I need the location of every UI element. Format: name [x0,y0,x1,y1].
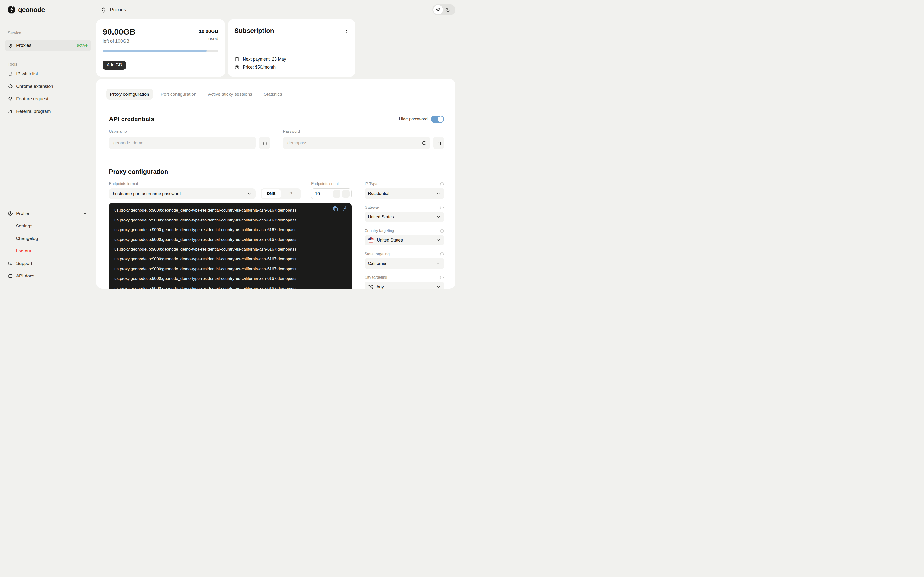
proxy-line: us.proxy.geonode.io:9000:geonode_demo-ty… [114,255,323,264]
price-row: Price: $50/month [234,64,349,70]
sidebar-item-support[interactable]: ? Support [5,258,91,269]
chat-question-icon: ? [8,261,13,266]
proxy-line-list: us.proxy.geonode.io:9000:geonode_demo-ty… [114,206,323,288]
sidebar-item-label: Profile [16,211,29,216]
tab-active-sticky-sessions[interactable]: Active sticky sessions [205,89,256,100]
proxy-line: us.proxy.geonode.io:9000:geonode_demo-ty… [114,215,323,225]
external-link-icon [8,273,13,279]
us-flag-icon [368,237,374,243]
sidebar-item-chrome-extension[interactable]: Chrome extension [5,81,91,92]
regenerate-password-icon[interactable] [421,140,427,146]
copy-icon [436,140,441,146]
summary-cards: 90.00GB left of 100GB 10.00GB used Add G… [96,19,455,77]
sun-icon [436,7,441,12]
breadcrumb: Proxies [100,7,126,13]
password-group: Password demopass [283,129,444,149]
proxy-configuration-title: Proxy configuration [109,168,444,176]
dark-theme-button[interactable] [443,5,452,15]
copy-endpoints-icon[interactable] [332,205,339,212]
state-targeting-select[interactable]: California [365,258,444,269]
light-theme-button[interactable] [433,5,443,15]
arrow-right-icon[interactable] [342,28,349,34]
copy-icon [262,140,267,146]
proxy-line: us.proxy.geonode.io:9000:geonode_demo-ty… [114,264,323,274]
endpoints-format-label: Endpoints format [109,182,138,186]
document-check-icon [8,71,13,76]
location-pin-icon [100,7,107,13]
user-circle-icon [8,211,13,216]
country-targeting-value: United States [377,238,403,243]
info-icon[interactable] [439,275,444,280]
sidebar-item-label: Chrome extension [16,84,53,89]
decrement-button[interactable] [333,190,341,198]
sidebar-item-label: IP whitelist [16,71,38,76]
gateway-group: Gateway United States [365,205,444,222]
brand-logo[interactable]: geonode [7,5,91,15]
proxy-line: us.proxy.geonode.io:9000:geonode_demo-ty… [114,284,323,288]
add-gb-button[interactable]: Add GB [103,61,126,70]
sidebar-item-referral-program[interactable]: Referral program [5,106,91,117]
used-caption: used [199,36,218,41]
city-targeting-select[interactable]: Any [365,282,444,288]
download-endpoints-icon[interactable] [342,205,349,212]
info-icon[interactable] [439,229,444,233]
ip-type-select[interactable]: Residential [365,188,444,199]
sidebar-item-ip-whitelist[interactable]: IP whitelist [5,68,91,79]
sidebar-item-proxies[interactable]: Proxies active [5,40,91,51]
sidebar-item-label: Settings [16,223,32,229]
info-icon[interactable] [439,252,444,256]
hide-password-toggle[interactable] [431,116,444,123]
tab-port-configuration[interactable]: Port configuration [157,89,200,100]
username-field[interactable]: geonode_demo [109,137,256,149]
theme-toggle[interactable] [432,4,455,15]
endpoints-format-select[interactable]: hostname:port:username:password [109,189,255,199]
sidebar-item-logout[interactable]: Log out [5,245,91,256]
next-payment-text: Next payment: 23 May [243,57,286,62]
sidebar-item-profile[interactable]: Profile [5,208,91,219]
sidebar-item-feature-request[interactable]: Feature request [5,93,91,104]
main-content: Proxies 90.00GB [96,0,462,288]
info-icon[interactable] [439,205,444,210]
state-targeting-label: State targeting [365,252,389,256]
chevron-down-icon [247,191,252,196]
tab-proxy-configuration[interactable]: Proxy configuration [107,89,153,100]
next-payment-row: Next payment: 23 May [234,56,349,62]
sidebar-item-api-docs[interactable]: API docs [5,271,91,282]
protocol-option-dns[interactable]: DNS [262,189,281,198]
breadcrumb-label: Proxies [110,7,126,13]
password-label: Password [283,129,444,134]
proxy-line: us.proxy.geonode.io:9000:geonode_demo-ty… [114,225,323,235]
endpoints-count-label: Endpoints count [311,182,339,186]
increment-button[interactable] [342,190,350,198]
country-targeting-group: Country targeting [365,228,444,245]
protocol-segmented-control: DNS IP [261,189,301,199]
chevron-down-icon [436,284,441,288]
copy-username-button[interactable] [259,137,270,149]
sidebar-item-changelog[interactable]: Changelog [5,233,91,244]
country-targeting-select[interactable]: United States [365,235,444,245]
minus-icon [335,192,339,196]
proxy-line: us.proxy.geonode.io:9000:geonode_demo-ty… [114,235,323,245]
protocol-option-ip[interactable]: IP [281,189,300,198]
ip-type-value: Residential [368,191,389,196]
status-badge: active [77,43,87,48]
username-label: Username [109,129,270,134]
shuffle-icon [368,284,374,288]
subscription-card: Subscription Next payment: 23 May [228,19,355,77]
gateway-select[interactable]: United States [365,211,444,222]
tab-statistics[interactable]: Statistics [260,89,286,100]
chevron-down-icon [436,191,441,196]
plus-icon [344,192,348,196]
chevron-down-icon [436,214,441,219]
api-credentials-section: API credentials Hide password Username g… [96,105,455,158]
proxy-config-right: IP Type Residential [365,182,444,288]
sidebar-item-settings[interactable]: Settings [5,221,91,232]
proxy-configuration-section: Proxy configuration Endpoints format End… [96,158,455,288]
hide-password-label: Hide password [399,117,428,122]
toggle-knob [438,116,443,122]
info-icon[interactable] [439,182,444,187]
password-field[interactable]: demopass [283,137,430,149]
copy-password-button[interactable] [433,137,444,149]
usage-card: 90.00GB left of 100GB 10.00GB used Add G… [96,19,225,77]
subscription-title: Subscription [234,27,274,35]
